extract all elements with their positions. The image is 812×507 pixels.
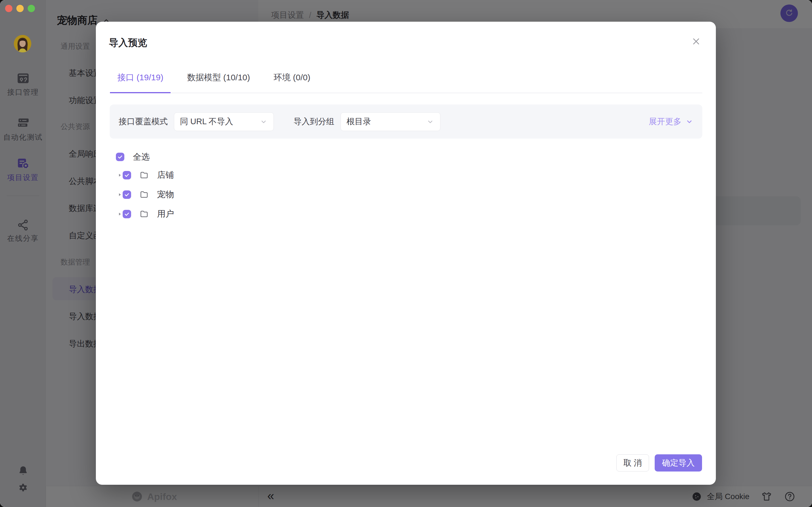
close-window-button[interactable] — [5, 5, 12, 12]
confirm-import-button[interactable]: 确定导入 — [655, 454, 702, 471]
folder-name: 用户 — [157, 208, 174, 220]
modal-title: 导入预览 — [109, 36, 147, 49]
avatar-image — [14, 35, 31, 52]
override-mode-select[interactable]: 同 URL 不导入 — [174, 112, 274, 131]
chevron-down-icon — [426, 117, 435, 126]
modal-actions: 取 消 确定导入 — [616, 454, 702, 471]
user-avatar[interactable] — [14, 35, 31, 52]
modal-close-button[interactable] — [689, 35, 703, 48]
override-mode-value: 同 URL 不导入 — [180, 116, 233, 127]
minimize-window-button[interactable] — [16, 5, 24, 12]
expand-more-link[interactable]: 展开更多 — [649, 116, 693, 127]
cancel-button[interactable]: 取 消 — [616, 454, 649, 471]
folder-name: 店铺 — [157, 169, 174, 181]
folder-icon — [140, 171, 149, 180]
import-preview-modal: 导入预览 接口 (19/19) 数据模型 (10/10) 环境 (0/0) 接口… — [96, 22, 716, 485]
tab-apis[interactable]: 接口 (19/19) — [110, 64, 170, 93]
app-window: 接口管理 自动化测试 项目设置 在线分享 — [0, 0, 812, 507]
expand-more-label: 展开更多 — [649, 116, 681, 127]
import-group-value: 根目录 — [347, 116, 371, 127]
chevron-down-icon — [686, 118, 693, 126]
import-group-select[interactable]: 根目录 — [341, 112, 441, 131]
zoom-window-button[interactable] — [28, 5, 35, 12]
folder-icon — [140, 190, 149, 199]
tree-row-pets[interactable]: 宠物 — [110, 185, 699, 204]
folder-checkbox[interactable] — [123, 190, 131, 199]
check-icon — [124, 211, 130, 217]
select-all-label: 全选 — [133, 151, 150, 163]
expand-arrow-icon[interactable] — [110, 172, 123, 178]
folder-checkbox[interactable] — [123, 210, 131, 218]
check-icon — [117, 154, 123, 160]
close-icon — [691, 36, 702, 47]
chevron-down-icon — [259, 117, 268, 126]
folder-icon — [140, 210, 149, 219]
tab-environments[interactable]: 环境 (0/0) — [266, 64, 318, 93]
select-all-checkbox[interactable] — [116, 153, 124, 161]
folder-name: 宠物 — [157, 189, 174, 200]
expand-arrow-icon[interactable] — [110, 211, 123, 217]
import-group-label: 导入到分组 — [294, 116, 335, 127]
check-icon — [124, 191, 130, 198]
import-options-bar: 接口覆盖模式 同 URL 不导入 导入到分组 根目录 展开更多 — [110, 105, 702, 138]
folder-checkbox[interactable] — [123, 171, 131, 179]
expand-arrow-icon[interactable] — [110, 192, 123, 198]
tree-row-users[interactable]: 用户 — [110, 204, 699, 224]
modal-tabs: 接口 (19/19) 数据模型 (10/10) 环境 (0/0) — [110, 64, 702, 93]
select-all-row[interactable]: 全选 — [110, 149, 699, 165]
tab-data-models[interactable]: 数据模型 (10/10) — [180, 64, 257, 93]
override-mode-label: 接口覆盖模式 — [119, 116, 168, 127]
window-controls — [5, 5, 35, 12]
check-icon — [124, 172, 130, 178]
import-tree: 全选 店铺 — [110, 149, 699, 224]
tree-row-shop[interactable]: 店铺 — [110, 165, 699, 185]
